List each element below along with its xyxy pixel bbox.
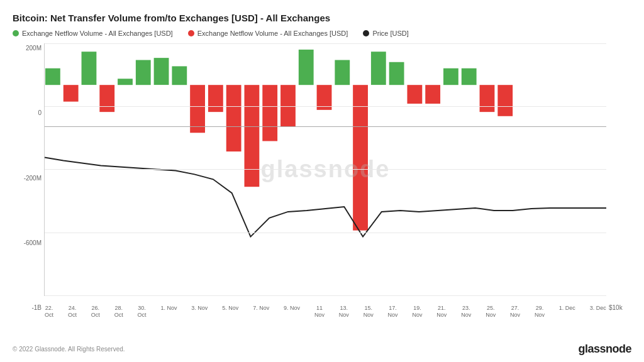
bar-14 — [299, 50, 314, 85]
bar-18 — [371, 52, 386, 85]
y-label-1b-neg: -1B — [13, 304, 44, 311]
x-label-21nov: 21.Nov — [436, 305, 447, 319]
y-label-0: 0 — [13, 109, 44, 116]
bar-19 — [389, 62, 404, 85]
x-label-24oct: 24.Oct — [68, 305, 77, 319]
x-label-25nov: 25.Nov — [486, 305, 496, 319]
chart-title: Bitcoin: Net Transfer Volume from/to Exc… — [13, 13, 631, 23]
legend-dot-green — [13, 30, 19, 36]
gridline-bottom — [45, 295, 606, 296]
bar-20 — [407, 85, 422, 104]
bar-11 — [245, 85, 260, 187]
x-axis: 22.Oct 24.Oct 26.Oct 28.Oct 30.Oct 1. No… — [45, 305, 606, 319]
x-label-17nov: 17.Nov — [388, 305, 398, 319]
y-label-600m-neg: -600M — [13, 239, 44, 246]
x-label-30oct: 30.Oct — [138, 305, 147, 319]
y-axis-left: 200M 0 -200M -600M -1B — [13, 43, 44, 312]
gridline-middle — [45, 169, 606, 170]
bar-3 — [99, 85, 114, 112]
bars-svg — [45, 43, 606, 293]
bar-8 — [190, 85, 205, 133]
bar-10 — [226, 85, 242, 151]
x-label-9nov: 9. Nov — [284, 305, 300, 319]
legend-label-red: Exchange Netflow Volume - All Exchanges … — [197, 30, 348, 37]
bar-22 — [443, 69, 458, 85]
bar-7 — [172, 66, 187, 85]
main-chart-area: glassnode — [44, 43, 606, 296]
x-label-22oct: 22.Oct — [45, 305, 53, 319]
x-label-1nov: 1. Nov — [160, 305, 177, 319]
legend-item-price: Price [USD] — [363, 30, 408, 37]
legend-item-green: Exchange Netflow Volume - All Exchanges … — [13, 30, 173, 37]
x-label-1dec: 1. Dec — [559, 305, 575, 319]
bar-12 — [262, 85, 277, 141]
bar-6 — [154, 58, 169, 85]
bar-5 — [136, 60, 151, 85]
x-label-3dec: 3. Dec — [590, 305, 606, 319]
gridline-top-quarter — [45, 106, 606, 107]
x-label-19nov: 19.Nov — [412, 305, 422, 319]
x-label-26oct: 26.Oct — [91, 305, 100, 319]
x-label-13nov: 13.Nov — [339, 305, 349, 319]
legend-label-green: Exchange Netflow Volume - All Exchanges … — [22, 30, 173, 37]
x-label-28oct: 28.Oct — [114, 305, 123, 319]
legend-label-price: Price [USD] — [372, 30, 408, 37]
y-axis-right: $10k — [606, 43, 631, 312]
x-label-5nov: 5. Nov — [222, 305, 238, 319]
bar-1 — [64, 85, 79, 101]
gridline-600m — [45, 233, 606, 233]
bar-0 — [45, 69, 60, 85]
x-label-15nov: 15.Nov — [364, 305, 374, 319]
footer: © 2022 Glassnode. All Rights Reserved. g… — [13, 343, 631, 356]
legend-dot-price — [363, 30, 369, 36]
x-label-7nov: 7. Nov — [253, 305, 269, 319]
y-label-10k: $10k — [606, 304, 631, 311]
legend: Exchange Netflow Volume - All Exchanges … — [13, 30, 631, 37]
footer-copyright: © 2022 Glassnode. All Rights Reserved. — [13, 346, 125, 353]
x-label-23nov: 23.Nov — [461, 305, 471, 319]
footer-logo: glassnode — [578, 343, 631, 356]
bar-23 — [462, 69, 477, 85]
x-label-3nov: 3. Nov — [191, 305, 208, 319]
x-label-27nov: 27.Nov — [510, 305, 520, 319]
zero-line — [45, 126, 606, 127]
chart-container: Bitcoin: Net Transfer Volume from/to Exc… — [0, 0, 644, 362]
bar-2 — [82, 52, 97, 85]
y-label-200m-neg: -200M — [13, 175, 44, 182]
gridline-200m — [45, 43, 606, 44]
bar-16 — [335, 60, 350, 85]
x-label-11nov: 11Nov — [314, 305, 325, 319]
x-label-29nov: 29.Nov — [535, 305, 545, 319]
bar-9 — [208, 85, 223, 112]
bar-25 — [497, 85, 513, 116]
bar-4 — [118, 79, 133, 85]
legend-item-red: Exchange Netflow Volume - All Exchanges … — [188, 30, 348, 37]
bar-21 — [425, 85, 440, 104]
y-label-200m: 200M — [13, 45, 44, 52]
bar-24 — [480, 85, 495, 112]
legend-dot-red — [188, 30, 194, 36]
